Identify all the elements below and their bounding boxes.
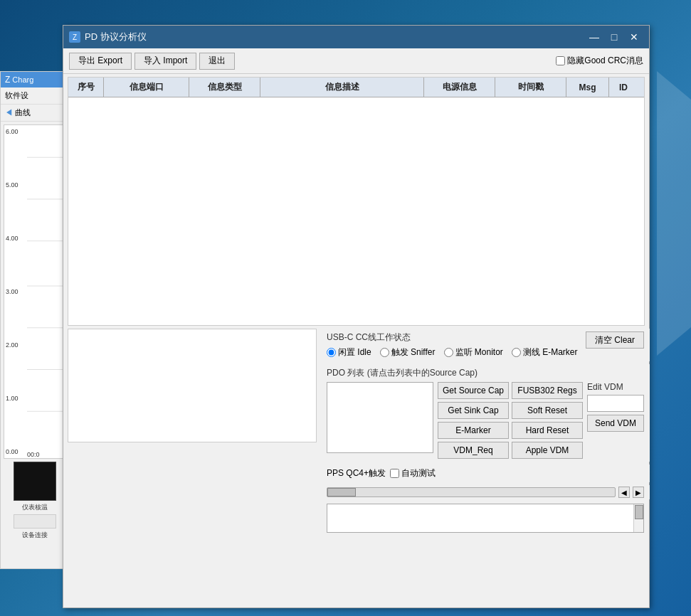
col-time: 时间戳 xyxy=(495,78,566,97)
slider-area: ◀ ▶ xyxy=(321,485,650,499)
radio-monitor-input[interactable] xyxy=(444,348,453,357)
tab-software[interactable]: 软件设 xyxy=(1,87,69,105)
soft-reset-button[interactable]: Soft Reset xyxy=(512,402,583,419)
auto-test-text: 自动测试 xyxy=(401,467,436,479)
edit-vdm-label: Edit VDM xyxy=(587,382,623,392)
radio-sniffer[interactable]: 触发 Sniffer xyxy=(380,346,436,359)
clear-button[interactable]: 清空 Clear xyxy=(586,331,644,349)
output-scrollbar[interactable] xyxy=(633,504,643,532)
y-tick-0: 0.00 xyxy=(6,448,26,455)
get-source-cap-button[interactable]: Get Source Cap xyxy=(438,382,509,399)
y-tick-4: 4.00 xyxy=(6,235,26,242)
tab-software-label: 软件设 xyxy=(5,91,28,100)
get-sink-cap-button[interactable]: Get Sink Cap xyxy=(438,402,509,419)
col-port: 信息端口 xyxy=(104,78,189,97)
table-header: 序号 信息端口 信息类型 信息描述 电源信息 时间戳 Msg ID xyxy=(68,78,644,97)
hide-crc-checkbox[interactable] xyxy=(556,56,565,65)
slider-track[interactable] xyxy=(327,487,616,497)
maximize-button[interactable]: □ xyxy=(605,30,623,44)
radio-emarker-input[interactable] xyxy=(512,348,521,357)
waveform-area xyxy=(68,329,317,442)
titlebar: Z PD 协议分析仪 — □ ✕ xyxy=(63,26,649,48)
tab-curve-label: 曲线 xyxy=(15,108,31,117)
tab-charg[interactable]: Z Charg xyxy=(1,72,69,87)
thumbnail-label-2: 设备连接 xyxy=(1,530,69,541)
pdo-btn-row-1: Get Source Cap FUSB302 Regs xyxy=(438,382,583,399)
pdo-btn-row-2: Get Sink Cap Soft Reset xyxy=(438,402,583,419)
hide-crc-label[interactable]: 隐藏Good CRC消息 xyxy=(556,55,643,67)
usb-status-section: USB-C CC线工作状态 闲置 Idle 触发 Sniffer 监听 M xyxy=(321,329,650,361)
main-window: Z PD 协议分析仪 — □ ✕ 导出 Export 导入 Import 退出 … xyxy=(63,25,650,608)
import-button[interactable]: 导入 Import xyxy=(134,53,196,70)
tab-charg-label: Charg xyxy=(12,75,33,84)
vdm-req-button[interactable]: VDM_Req xyxy=(438,442,509,459)
edit-vdm-input[interactable] xyxy=(587,395,644,412)
app-title: PD 协议分析仪 xyxy=(85,31,585,43)
auto-test-label[interactable]: 自动测试 xyxy=(390,467,436,479)
control-panel: USB-C CC线工作状态 闲置 Idle 触发 Sniffer 监听 M xyxy=(321,329,650,534)
thumbnail-label-1: 仪表核温 xyxy=(1,502,69,513)
thumbnail-1 xyxy=(14,462,56,501)
pdo-btn-row-3: E-Marker Hard Reset xyxy=(438,422,583,439)
radio-sniffer-label: 触发 Sniffer xyxy=(391,346,436,359)
pps-section: PPS QC4+触发 自动测试 xyxy=(321,464,650,482)
slider-left-arrow[interactable]: ◀ xyxy=(618,487,630,498)
radio-sniffer-input[interactable] xyxy=(380,348,389,357)
pdo-list[interactable] xyxy=(327,382,433,453)
col-type: 信息类型 xyxy=(189,78,260,97)
y-tick-2: 2.00 xyxy=(6,341,26,349)
table-body xyxy=(68,97,644,326)
pdo-btn-row-4: VDM_Req Apple VDM xyxy=(438,442,583,459)
output-textarea[interactable] xyxy=(327,504,643,532)
fusb302-regs-button[interactable]: FUSB302 Regs xyxy=(512,382,583,399)
col-desc: 信息描述 xyxy=(260,78,424,97)
desktop: Z Charg 软件设 ◀ 曲线 6.00 5.00 4.00 3.00 2.0… xyxy=(0,0,691,616)
col-power: 电源信息 xyxy=(424,78,495,97)
chart-container: 6.00 5.00 4.00 3.00 2.00 1.00 0.00 代线(Vo… xyxy=(4,124,66,459)
window-controls: — □ ✕ xyxy=(585,30,643,44)
y-tick-6: 6.00 xyxy=(6,128,26,135)
toolbar: 导出 Export 导入 Import 退出 隐藏Good CRC消息 xyxy=(63,48,649,74)
chart-grid xyxy=(27,125,65,447)
thumbnail-2 xyxy=(14,514,56,529)
chart-y-axis: 6.00 5.00 4.00 3.00 2.00 1.00 0.00 xyxy=(4,125,27,458)
y-tick-1: 1.00 xyxy=(6,395,26,402)
pdo-title: PDO 列表 (请点击列表中的Source Cap) xyxy=(327,367,644,379)
radio-monitor-label: 监听 Monitor xyxy=(455,346,503,359)
col-seq: 序号 xyxy=(68,78,104,97)
hard-reset-button[interactable]: Hard Reset xyxy=(512,422,583,439)
pdo-content: Get Source Cap FUSB302 Regs Get Sink Cap… xyxy=(327,382,644,459)
y-tick-3: 3.00 xyxy=(6,288,26,295)
y-tick-5: 5.00 xyxy=(6,181,26,188)
e-marker-button[interactable]: E-Marker xyxy=(438,422,509,439)
x-axis-label: 00:0 xyxy=(27,451,40,458)
auto-test-checkbox[interactable] xyxy=(390,469,399,478)
quit-button[interactable]: 退出 xyxy=(199,53,235,70)
send-vdm-button[interactable]: Send VDM xyxy=(587,415,644,432)
col-id: ID xyxy=(609,78,638,97)
pdo-section: PDO 列表 (请点击列表中的Source Cap) Get Source Ca… xyxy=(321,364,650,462)
export-button[interactable]: 导出 Export xyxy=(69,53,132,70)
output-area xyxy=(327,504,644,533)
radio-idle-input[interactable] xyxy=(327,348,336,357)
col-msg: Msg xyxy=(566,78,609,97)
tab-charg-icon: Z xyxy=(5,75,10,85)
pdo-buttons: Get Source Cap FUSB302 Regs Get Sink Cap… xyxy=(438,382,583,459)
slider-right-arrow[interactable]: ▶ xyxy=(633,487,644,498)
outer-left-panel: Z Charg 软件设 ◀ 曲线 6.00 5.00 4.00 3.00 2.0… xyxy=(0,71,70,569)
slider-thumb[interactable] xyxy=(327,488,356,496)
scrollbar-thumb xyxy=(635,505,643,519)
close-button[interactable]: ✕ xyxy=(625,30,643,44)
pps-label: PPS QC4+触发 xyxy=(327,467,386,479)
radio-emarker[interactable]: 测线 E-Marker xyxy=(512,346,578,359)
app-icon: Z xyxy=(69,31,80,43)
radio-monitor[interactable]: 监听 Monitor xyxy=(444,346,503,359)
minimize-button[interactable]: — xyxy=(585,30,603,44)
hide-crc-text: 隐藏Good CRC消息 xyxy=(567,55,643,67)
tab-curve[interactable]: ◀ 曲线 xyxy=(1,105,69,122)
bottom-panel: USB-C CC线工作状态 闲置 Idle 触发 Sniffer 监听 M xyxy=(68,329,645,534)
radio-idle[interactable]: 闲置 Idle xyxy=(327,346,371,359)
apple-vdm-button[interactable]: Apple VDM xyxy=(512,442,583,459)
data-table: 序号 信息端口 信息类型 信息描述 电源信息 时间戳 Msg ID xyxy=(68,77,645,326)
radio-idle-label: 闲置 Idle xyxy=(338,346,371,359)
